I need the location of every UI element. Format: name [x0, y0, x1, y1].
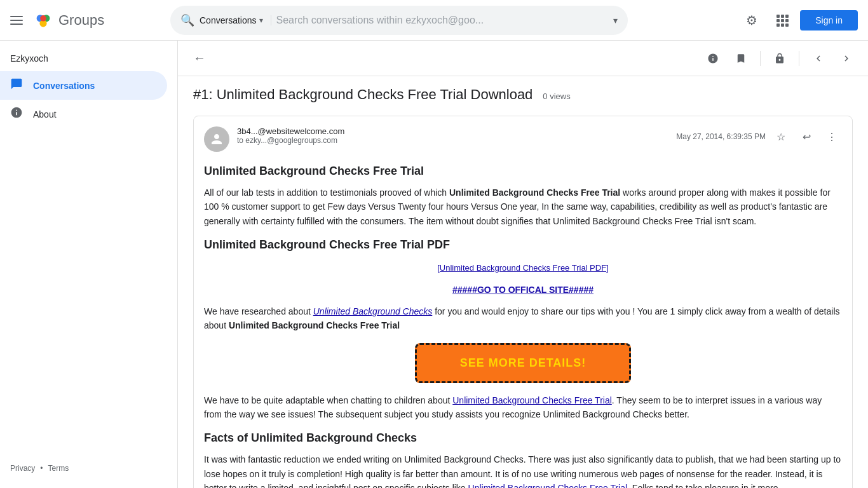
- thread-title: #1: Unlimited Background Checks Free Tri…: [193, 86, 532, 103]
- body-heading-2: Unlimited Background Checks Free Trial P…: [204, 236, 842, 254]
- svg-rect-10: [776, 24, 780, 27]
- terms-link[interactable]: Terms: [48, 464, 69, 473]
- body-paragraph-1: All of our lab tests in addition to test…: [204, 186, 842, 228]
- body-p1-text-before: All of our lab tests in addition to test…: [204, 187, 449, 198]
- apps-icon[interactable]: [770, 8, 795, 33]
- search-input[interactable]: [276, 15, 609, 26]
- sidebar-item-about[interactable]: About: [0, 100, 167, 128]
- svg-rect-7: [776, 19, 780, 22]
- svg-rect-12: [785, 24, 789, 27]
- svg-rect-9: [785, 19, 789, 22]
- sub-header-actions: [702, 47, 858, 70]
- svg-rect-8: [781, 19, 784, 22]
- goto-link[interactable]: #####GO TO OFFICAL SITE#####: [204, 283, 842, 297]
- sidebar-user-label: Ezkyxoch: [0, 46, 177, 71]
- content-area: ←: [178, 41, 868, 488]
- divider2: [799, 51, 799, 66]
- search-icon: 🔍: [180, 13, 194, 27]
- info-button[interactable]: [702, 47, 724, 70]
- see-more-button[interactable]: SEE MORE DETAILS!: [415, 343, 631, 383]
- logo-area: Groups: [33, 10, 104, 30]
- body-heading-3: Facts of Unlimited Background Checks: [204, 429, 842, 447]
- header-left: Groups: [10, 10, 163, 30]
- search-scope-arrow: ▾: [259, 16, 263, 25]
- body-p4-after: . Folks tend to take pleasure in it more…: [627, 483, 780, 488]
- search-options-arrow[interactable]: ▾: [613, 15, 618, 25]
- reply-button[interactable]: ↩: [796, 126, 817, 147]
- svg-point-3: [40, 15, 46, 22]
- sub-header: ←: [178, 41, 868, 76]
- message-meta: 3b4...@websitewelcome.com to ezky...@goo…: [237, 126, 668, 145]
- thread-title-row: #1: Unlimited Background Checks Free Tri…: [193, 86, 853, 103]
- bookmark-button[interactable]: [729, 47, 752, 70]
- body-p2-bold: Unlimited Background Checks Free Trial: [229, 320, 400, 330]
- message-body: Unlimited Background Checks Free Trial A…: [204, 162, 842, 488]
- sign-in-button[interactable]: Sign in: [800, 10, 858, 30]
- search-scope-dropdown[interactable]: Conversations ▾: [200, 15, 271, 25]
- about-icon: [10, 106, 23, 122]
- header-right: ⚙ Sign in: [739, 8, 858, 33]
- sidebar-item-conversations[interactable]: Conversations: [0, 71, 167, 100]
- avatar: [204, 126, 229, 152]
- body-paragraph-2: We have researched about Unlimited Backg…: [204, 304, 842, 333]
- prev-button[interactable]: [807, 47, 830, 70]
- body-p2-before: We have researched about: [204, 306, 313, 316]
- more-options-button[interactable]: ⋮: [822, 126, 842, 147]
- search-bar: 🔍 Conversations ▾ ▾: [170, 6, 628, 35]
- image-area: [Unlimited Background Checks Free Trial …: [204, 262, 842, 297]
- conversations-icon: [10, 78, 23, 93]
- thread-area: #1: Unlimited Background Checks Free Tri…: [178, 76, 868, 488]
- star-button[interactable]: ☆: [771, 126, 791, 147]
- body-p2-italic[interactable]: Unlimited Background Checks: [313, 306, 433, 316]
- divider: [760, 51, 761, 66]
- message-actions: May 27, 2014, 6:39:35 PM ☆ ↩ ⋮: [676, 126, 842, 147]
- thread-views: 0 views: [543, 92, 570, 101]
- footer-separator: •: [40, 464, 43, 473]
- sidebar-footer: Privacy • Terms: [0, 454, 177, 483]
- message-timestamp: May 27, 2014, 6:39:35 PM: [676, 132, 766, 141]
- sidebar: Ezkyxoch Conversations About Privacy • T…: [0, 41, 178, 488]
- body-p1-bold: Unlimited Background Checks Free Trial: [449, 187, 620, 198]
- message-card: 3b4...@websitewelcome.com to ezky...@goo…: [193, 116, 853, 488]
- body-p3-before: We have to be quite adaptable when chatt…: [204, 395, 452, 405]
- body-p4-link[interactable]: Unlimited Background Checks Free Trial: [468, 483, 628, 488]
- settings-icon[interactable]: ⚙: [739, 8, 764, 33]
- conversations-label: Conversations: [33, 81, 95, 91]
- svg-rect-5: [781, 15, 784, 18]
- svg-rect-11: [781, 24, 784, 27]
- back-button[interactable]: ←: [188, 47, 211, 70]
- svg-rect-4: [776, 15, 780, 18]
- logo-text: Groups: [58, 12, 104, 29]
- body-heading-1: Unlimited Background Checks Free Trial: [204, 162, 842, 180]
- main-layout: Ezkyxoch Conversations About Privacy • T…: [0, 41, 868, 488]
- about-label: About: [33, 109, 57, 119]
- lock-button[interactable]: [768, 47, 791, 70]
- message-header: 3b4...@websitewelcome.com to ezky...@goo…: [204, 126, 842, 152]
- sender-to: to ezky...@googlegroups.com: [237, 136, 668, 145]
- image-link[interactable]: [Unlimited Background Checks Free Trial …: [204, 262, 842, 275]
- top-header: Groups 🔍 Conversations ▾ ▾ ⚙ Sign in: [0, 0, 868, 41]
- next-button[interactable]: [835, 47, 858, 70]
- svg-rect-6: [785, 15, 789, 18]
- body-p3-link[interactable]: Unlimited Background Checks Free Trial: [452, 395, 612, 405]
- sender-name: 3b4...@websitewelcome.com: [237, 126, 668, 136]
- body-paragraph-3: We have to be quite adaptable when chatt…: [204, 393, 842, 422]
- search-scope-label: Conversations: [200, 15, 257, 25]
- groups-logo-icon: [33, 10, 53, 30]
- privacy-link[interactable]: Privacy: [10, 464, 35, 473]
- hamburger-menu-icon[interactable]: [10, 13, 25, 28]
- body-paragraph-4: It was with fantastic reduction we ended…: [204, 452, 842, 488]
